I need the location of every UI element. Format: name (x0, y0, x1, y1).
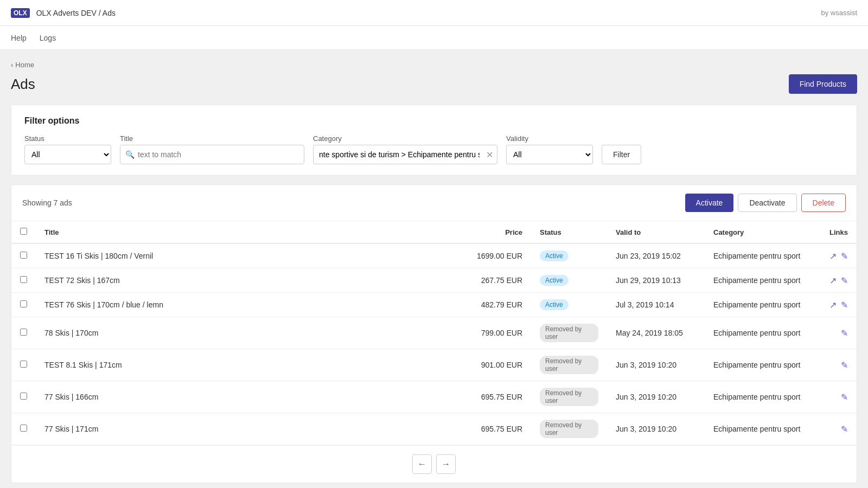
status-badge: Removed by user (540, 356, 598, 374)
row-price: 695.75 EUR (466, 381, 531, 413)
link-icons-group: ✎ (822, 392, 848, 402)
row-price: 695.75 EUR (466, 413, 531, 445)
back-link[interactable]: ‹ Home (11, 61, 857, 69)
activate-button[interactable]: Activate (685, 194, 734, 212)
filter-row: Status All Active Inactive Removed by us… (24, 134, 844, 164)
olx-logo: OLX (11, 8, 30, 18)
edit-icon[interactable]: ✎ (841, 360, 848, 370)
row-links: ✎ (813, 381, 857, 413)
row-title: TEST 72 Skis | 167cm (36, 268, 466, 293)
validity-filter-group: Validity All Valid Expired (506, 134, 593, 164)
edit-icon[interactable]: ✎ (841, 275, 848, 286)
row-price: 799.00 EUR (466, 317, 531, 349)
table-row: 78 Skis | 170cm 799.00 EUR Removed by us… (11, 317, 857, 349)
ads-table-body: TEST 16 Ti Skis | 180cm / Vernil 1699.00… (11, 243, 857, 445)
row-links: ✎ (813, 413, 857, 445)
category-input[interactable] (313, 145, 497, 164)
nav-help[interactable]: Help (11, 27, 27, 49)
navbar: Help Logs (0, 26, 868, 50)
row-category: Echipamente pentru sport (705, 381, 813, 413)
next-page-button[interactable]: → (436, 454, 456, 474)
table-row: TEST 8.1 Skis | 171cm 901.00 EUR Removed… (11, 349, 857, 381)
topbar: OLX OLX Adverts DEV / Ads by wsassist (0, 0, 868, 26)
row-checkbox-3[interactable] (20, 329, 27, 336)
external-link-icon[interactable]: ↗ (829, 300, 837, 310)
title-label: Title (120, 134, 304, 143)
edit-icon[interactable]: ✎ (841, 328, 848, 338)
validity-select[interactable]: All Valid Expired (506, 145, 593, 164)
row-price: 482.79 EUR (466, 293, 531, 317)
pagination: ← → (11, 445, 857, 483)
status-select[interactable]: All Active Inactive Removed by user (24, 145, 111, 164)
app-name: OLX Adverts DEV (36, 9, 97, 17)
row-price: 1699.00 EUR (466, 243, 531, 268)
category-label: Category (313, 134, 497, 143)
link-icons-group: ↗✎ (822, 251, 848, 261)
page-header: Ads Find Products (11, 74, 857, 94)
row-valid-to: Jun 3, 2019 10:20 (607, 413, 705, 445)
row-check-cell (11, 243, 36, 268)
table-row: TEST 76 Skis | 170cm / blue / lemn 482.7… (11, 293, 857, 317)
edit-icon[interactable]: ✎ (841, 392, 848, 402)
find-products-button[interactable]: Find Products (789, 74, 857, 94)
select-all-checkbox[interactable] (20, 228, 27, 235)
filter-card: Filter options Status All Active Inactiv… (11, 105, 857, 176)
row-check-cell (11, 349, 36, 381)
row-category: Echipamente pentru sport (705, 268, 813, 293)
validity-label: Validity (506, 134, 593, 143)
row-status: Active (531, 268, 607, 293)
back-arrow-icon: ‹ (11, 61, 13, 69)
breadcrumb-app: OLX Adverts DEV / Ads (36, 9, 116, 17)
category-input-wrap: ✕ (313, 145, 497, 164)
nav-logs[interactable]: Logs (40, 27, 56, 49)
row-valid-to: May 24, 2019 18:05 (607, 317, 705, 349)
title-search-input[interactable] (120, 145, 304, 164)
status-filter-group: Status All Active Inactive Removed by us… (24, 134, 111, 164)
external-link-icon[interactable]: ↗ (829, 251, 837, 261)
row-category: Echipamente pentru sport (705, 317, 813, 349)
row-checkbox-1[interactable] (20, 276, 27, 283)
title-filter-group: Title 🔍 (120, 134, 304, 164)
edit-icon[interactable]: ✎ (841, 251, 848, 261)
row-valid-to: Jun 29, 2019 10:13 (607, 268, 705, 293)
table-row: 77 Skis | 171cm 695.75 EUR Removed by us… (11, 413, 857, 445)
delete-button[interactable]: Delete (801, 194, 846, 212)
row-links: ↗✎ (813, 243, 857, 268)
row-title: TEST 16 Ti Skis | 180cm / Vernil (36, 243, 466, 268)
table-row: TEST 72 Skis | 167cm 267.75 EUR Active J… (11, 268, 857, 293)
row-checkbox-2[interactable] (20, 300, 27, 307)
edit-icon[interactable]: ✎ (841, 424, 848, 434)
row-checkbox-5[interactable] (20, 393, 27, 400)
row-checkbox-4[interactable] (20, 361, 27, 368)
link-icons-group: ✎ (822, 424, 848, 434)
category-filter-group: Category ✕ (313, 134, 497, 164)
breadcrumb-separator: / (99, 9, 101, 17)
main-content: ‹ Home Ads Find Products Filter options … (0, 50, 868, 488)
col-header-price: Price (466, 221, 531, 243)
row-status: Active (531, 243, 607, 268)
row-valid-to: Jun 3, 2019 10:20 (607, 349, 705, 381)
toolbar-buttons: Activate Deactivate Delete (685, 194, 846, 212)
row-valid-to: Jun 3, 2019 10:20 (607, 381, 705, 413)
deactivate-button[interactable]: Deactivate (738, 194, 796, 212)
row-valid-to: Jun 23, 2019 15:02 (607, 243, 705, 268)
row-links: ↗✎ (813, 268, 857, 293)
category-clear-icon[interactable]: ✕ (486, 150, 493, 160)
row-category: Echipamente pentru sport (705, 349, 813, 381)
row-category: Echipamente pentru sport (705, 413, 813, 445)
row-title: TEST 76 Skis | 170cm / blue / lemn (36, 293, 466, 317)
col-header-category: Category (705, 221, 813, 243)
filter-title: Filter options (24, 116, 844, 126)
ads-table: Title Price Status Valid to Category Lin… (11, 221, 857, 445)
topbar-left: OLX OLX Adverts DEV / Ads (11, 8, 116, 18)
status-badge: Removed by user (540, 324, 598, 342)
status-badge: Active (540, 299, 569, 310)
external-link-icon[interactable]: ↗ (829, 275, 837, 286)
status-label: Status (24, 134, 111, 143)
link-icons-group: ↗✎ (822, 300, 848, 310)
row-checkbox-6[interactable] (20, 425, 27, 432)
row-checkbox-0[interactable] (20, 252, 27, 259)
prev-page-button[interactable]: ← (412, 454, 432, 474)
edit-icon[interactable]: ✎ (841, 300, 848, 310)
filter-button[interactable]: Filter (602, 145, 641, 164)
